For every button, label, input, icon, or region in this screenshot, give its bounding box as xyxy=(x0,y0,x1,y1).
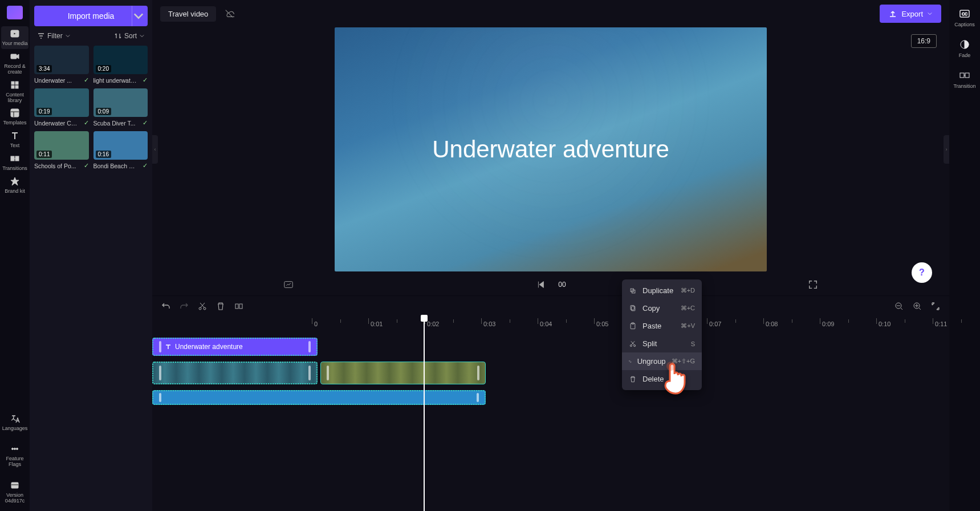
svg-rect-16 xyxy=(235,304,238,309)
nav-text[interactable]: Text xyxy=(1,128,29,151)
split-icon[interactable] xyxy=(234,302,243,311)
nav-version-d-c[interactable]: Version 04d917c xyxy=(1,478,29,506)
ruler-minor-tick xyxy=(510,319,510,323)
zoom-fit-icon[interactable] xyxy=(931,302,940,311)
import-dropdown-chevron[interactable] xyxy=(132,6,144,26)
ctx-duplicate[interactable]: Duplicate ⌘+D xyxy=(622,282,702,299)
undo-icon[interactable] xyxy=(161,302,170,311)
clip-handle-left[interactable] xyxy=(159,366,161,380)
media-thumbnail[interactable]: 3:34 Underwater ... ✓ xyxy=(34,46,89,84)
project-title[interactable]: Travel video xyxy=(160,6,216,22)
timeline[interactable]: 0 0:01 0:02 0:03 0:04 0:05 0:06 0:07 0:0… xyxy=(152,316,949,511)
nav-your-media[interactable]: Your media xyxy=(1,26,29,49)
ctx-ungroup[interactable]: Ungroup ⌘+⇧+G xyxy=(622,352,702,370)
app-logo[interactable] xyxy=(7,6,23,19)
nav-feature-flags[interactable]: Feature Flags xyxy=(1,441,29,470)
ruler-tick xyxy=(763,318,764,324)
transition-icon xyxy=(959,70,970,81)
frame-capture-icon[interactable] xyxy=(283,279,294,290)
zoom-in-icon[interactable] xyxy=(913,302,922,311)
cloud-sync-off-icon[interactable] xyxy=(224,9,234,19)
ctx-shortcut: ⌘+D xyxy=(681,287,695,294)
right-fade[interactable]: Fade xyxy=(959,39,971,58)
fade-icon xyxy=(959,39,970,50)
import-media-label: Import media xyxy=(68,11,115,21)
nav-templates[interactable]: Templates xyxy=(1,106,29,128)
nav-languages[interactable]: Languages xyxy=(1,411,29,434)
audio-clip[interactable] xyxy=(152,390,486,405)
clip-handle-left[interactable] xyxy=(159,393,161,402)
delete-icon xyxy=(629,375,637,383)
right-captions[interactable]: CC Captions xyxy=(954,8,975,27)
delete-icon[interactable] xyxy=(216,302,225,311)
ruler-tick xyxy=(368,318,369,324)
sort-button[interactable]: Sort xyxy=(115,32,144,40)
nav-transitions[interactable]: Transitions xyxy=(1,151,29,174)
check-icon: ✓ xyxy=(84,119,89,127)
thumbnail-name: Schools of Po... xyxy=(34,163,76,169)
video-clip-1[interactable] xyxy=(152,362,318,384)
nav-brand-kit[interactable]: Brand kit xyxy=(1,174,29,197)
zoom-out-icon[interactable] xyxy=(894,302,904,311)
redo-icon[interactable] xyxy=(180,302,189,311)
nav-record-create[interactable]: Record & create xyxy=(1,49,29,78)
ruler-label: 0:02 xyxy=(427,321,439,327)
import-media-button[interactable]: Import media xyxy=(34,6,148,26)
ruler-minor-tick xyxy=(735,319,736,323)
aspect-ratio-button[interactable]: 16:9 xyxy=(911,34,937,48)
svg-rect-23 xyxy=(632,306,635,311)
text-clip-label: Underwater adventure xyxy=(175,343,243,351)
media-thumbnail[interactable]: 0:09 Scuba Diver T... ✓ xyxy=(93,88,148,127)
brandkit-icon xyxy=(10,176,20,186)
thumbnail-duration: 0:09 xyxy=(96,108,111,115)
ruler-tick xyxy=(594,318,595,324)
clip-handle-left[interactable] xyxy=(327,366,329,381)
ctx-split[interactable]: Split S xyxy=(622,335,702,352)
right-transition[interactable]: Transition xyxy=(953,70,975,89)
cut-icon[interactable] xyxy=(198,302,207,311)
ctx-copy[interactable]: Copy ⌘+C xyxy=(622,299,702,317)
filter-button[interactable]: Filter xyxy=(38,32,70,40)
ruler-minor-tick xyxy=(566,319,567,323)
ctx-paste[interactable]: Paste ⌘+V xyxy=(622,317,702,335)
svg-point-15 xyxy=(204,307,206,310)
media-thumbnail[interactable]: 0:11 Schools of Po... ✓ xyxy=(34,131,89,169)
ruler-label: 0:04 xyxy=(540,321,552,327)
clip-handle-right[interactable] xyxy=(477,393,479,402)
left-panel-handle[interactable]: ‹ xyxy=(152,135,158,164)
nav-label: Transitions xyxy=(2,166,27,172)
export-button[interactable]: Export xyxy=(880,5,941,23)
ruler-label: 0:11 xyxy=(935,321,947,327)
svg-rect-3 xyxy=(15,82,18,84)
video-clip-2[interactable] xyxy=(320,362,486,384)
svg-rect-5 xyxy=(15,86,18,88)
ctx-delete[interactable]: Delete xyxy=(622,370,702,388)
ctx-label: Delete xyxy=(643,375,664,383)
text-clip[interactable]: Underwater adventure xyxy=(152,338,318,356)
svg-rect-24 xyxy=(631,323,635,328)
right-label: Fade xyxy=(959,52,971,58)
media-thumbnail[interactable]: 0:16 Bondi Beach or ... ✓ xyxy=(93,131,148,169)
skip-back-icon[interactable] xyxy=(535,279,546,290)
right-properties-rail: CC Captions Fade Transition xyxy=(949,0,980,511)
svg-point-26 xyxy=(630,344,632,346)
clip-handle-right[interactable] xyxy=(477,366,479,381)
fullscreen-icon[interactable] xyxy=(808,279,818,290)
thumbnail-name: Underwater ... xyxy=(34,77,72,84)
media-thumbnail[interactable]: 0:19 Underwater Col... ✓ xyxy=(34,88,89,127)
ruler-label: 0 xyxy=(314,321,318,327)
clip-handle-right[interactable] xyxy=(308,366,311,380)
ruler-minor-tick xyxy=(397,319,397,323)
video-preview[interactable]: Underwater adventure xyxy=(335,27,767,271)
timeline-ruler[interactable]: 0 0:01 0:02 0:03 0:04 0:05 0:06 0:07 0:0… xyxy=(152,318,949,333)
svg-rect-35 xyxy=(965,73,969,78)
help-button[interactable]: ? xyxy=(912,262,932,283)
ruler-tick xyxy=(707,318,707,324)
media-thumbnail[interactable]: 0:20 light underwater... ✓ xyxy=(93,46,148,84)
playhead[interactable] xyxy=(424,316,425,511)
clip-handle-left[interactable] xyxy=(159,341,161,352)
text-icon xyxy=(165,343,172,350)
clip-handle-right[interactable] xyxy=(308,341,311,352)
right-panel-handle[interactable]: › xyxy=(944,135,949,164)
nav-content-library[interactable]: Content library xyxy=(1,78,29,106)
